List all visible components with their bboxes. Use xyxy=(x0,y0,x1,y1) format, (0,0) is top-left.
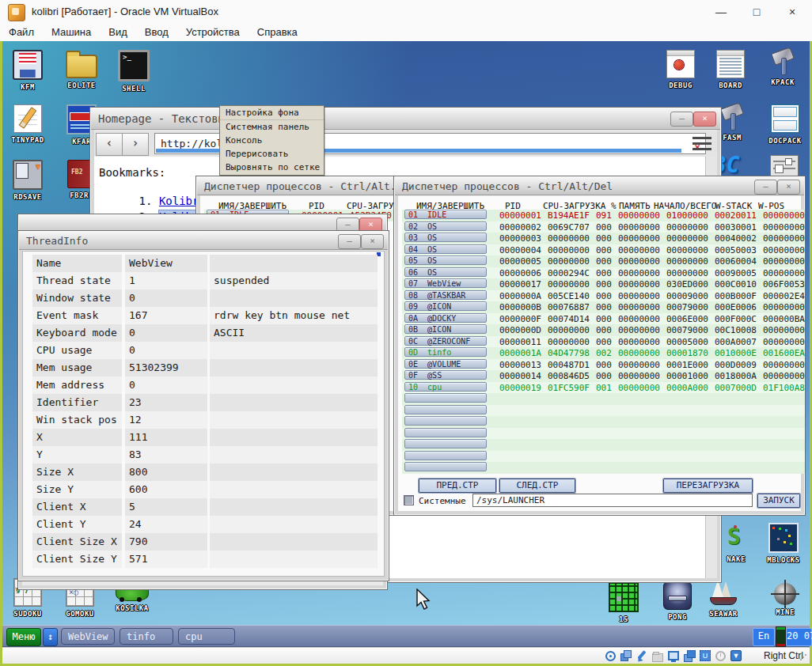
process-start: 00079000 xyxy=(666,302,708,312)
process-pid: 00000014 xyxy=(499,371,541,381)
prev-page-button[interactable]: ПРЕД.СТР xyxy=(419,479,496,493)
folder-icon[interactable] xyxy=(652,653,663,662)
start-menu-button[interactable]: Меню xyxy=(6,628,41,646)
process-cpu: 01FC590F xyxy=(548,383,590,393)
task-manager-close-button[interactable]: × xyxy=(777,180,800,195)
desktop-icon-docpack[interactable]: DOCPACK xyxy=(760,104,810,145)
browser-menu-icon[interactable] xyxy=(692,137,711,150)
process-kill-button[interactable]: 10 cpu xyxy=(404,382,487,392)
desktop-icon-debug[interactable]: DEBUG xyxy=(655,50,706,89)
process-row: 0C @ZEROCONF0000001100000000000000000000… xyxy=(402,336,805,348)
vbox-menu-3[interactable]: Ввод xyxy=(136,24,177,40)
process-slot-button[interactable] xyxy=(404,405,487,414)
desktop-icon-rdsave[interactable]: RDSAVE xyxy=(2,160,53,201)
vbox-close-button[interactable]: × xyxy=(778,2,806,22)
process-slot-button[interactable] xyxy=(404,451,487,460)
taskbar-app-cpu[interactable]: cpu xyxy=(178,628,235,645)
vbox-maximize-button[interactable]: □ xyxy=(742,2,771,22)
context-menu-item-0[interactable]: Настройка фона xyxy=(220,106,324,120)
browser-minimize-button[interactable]: — xyxy=(670,112,693,127)
vbox-minimize-button[interactable]: — xyxy=(707,2,735,22)
desktop-icon-tinypad[interactable]: TINYPAD xyxy=(2,104,53,144)
process-kill-button[interactable]: 02 OS xyxy=(404,221,487,231)
display-icon[interactable] xyxy=(668,651,679,660)
desktop-icon-15[interactable]: 15 xyxy=(598,582,649,623)
vbox-menu-2[interactable]: Вид xyxy=(100,24,136,40)
process-cpu: 00000000 xyxy=(548,337,590,347)
clock-icon[interactable] xyxy=(715,651,726,661)
context-menu-item-1[interactable]: Системная панель xyxy=(220,120,324,134)
reboot-button[interactable]: ПЕРЕЗАГРУЗКА xyxy=(663,479,753,493)
process-kill-button[interactable]: 08 @TASKBAR xyxy=(404,290,487,300)
process-slot-button[interactable] xyxy=(404,462,487,471)
desktop-icon-shell[interactable]: SHELL xyxy=(108,50,159,93)
vbox-menu-5[interactable]: Справка xyxy=(249,24,306,40)
desktop-icon-pong[interactable]: PONG xyxy=(652,581,703,621)
vbox-menu-4[interactable]: Устройства xyxy=(177,24,249,40)
desktop-icon-seawar[interactable]: SEAWAR xyxy=(698,580,749,618)
process-slot-button[interactable] xyxy=(404,416,487,426)
resize-grip[interactable] xyxy=(800,654,806,660)
context-menu-item-3[interactable]: Перерисовать xyxy=(220,147,324,161)
threadinfo-titlebar[interactable]: ThreadInfo xyxy=(19,232,388,250)
pencil-icon[interactable] xyxy=(636,650,647,661)
context-menu-item-2[interactable]: Консоль xyxy=(220,134,324,147)
context-menu-item-4[interactable]: Выровнять по сетке xyxy=(220,161,324,174)
process-kill-button[interactable]: 09 @ICON xyxy=(404,301,487,311)
browser-close-button[interactable]: × xyxy=(693,112,716,127)
taskbar-app-tinfo[interactable]: tinfo xyxy=(120,628,173,645)
process-slot-button[interactable] xyxy=(404,393,487,403)
clock[interactable]: 20 07 xyxy=(786,628,812,646)
process-kill-button[interactable]: 03 OS xyxy=(404,233,487,242)
desktop-icon-board[interactable]: BOARD xyxy=(705,50,756,89)
chip-icon[interactable]: U xyxy=(700,650,711,661)
taskbar-toggle-button[interactable]: ↕ xyxy=(43,628,58,646)
cpu-load-meter[interactable] xyxy=(776,626,786,647)
threadinfo-value: 12 xyxy=(125,411,207,429)
desktop-icon-kpack[interactable]: KPACK xyxy=(757,48,808,86)
vbox-titlebar[interactable]: kolibri [Работает] - Oracle VM VirtualBo… xyxy=(0,0,812,24)
floppy-save-icon xyxy=(13,160,43,190)
browser-titlebar[interactable]: Homepage - Текстовый xyxy=(91,108,720,130)
threadinfo-minimize-button[interactable]: — xyxy=(338,234,361,249)
threadinfo-row: Client Y24 xyxy=(32,516,381,533)
browser-back-button[interactable]: ‹ xyxy=(96,133,123,156)
browser-forward-button[interactable]: › xyxy=(122,133,149,156)
task-manager-minimize-button[interactable]: — xyxy=(754,180,777,195)
vbox-menu-0[interactable]: Файл xyxy=(0,24,43,40)
process-kill-button[interactable]: 0A @DOCKY xyxy=(404,313,487,323)
run-button[interactable]: ЗАПУСК xyxy=(757,494,800,508)
process-kill-button[interactable]: 05 OS xyxy=(404,255,487,265)
vbox-menu-1[interactable]: Машина xyxy=(43,24,100,40)
network-icon[interactable] xyxy=(620,650,632,661)
process-slot-button[interactable] xyxy=(404,439,487,448)
desktop-icon-mine[interactable]: MINE xyxy=(760,581,810,616)
language-indicator[interactable]: En xyxy=(753,628,775,646)
process-kill-button[interactable]: 0C @ZEROCONF xyxy=(404,336,487,346)
process-kill-button[interactable]: 01 IDLE xyxy=(404,210,487,219)
download-icon[interactable]: ▼ xyxy=(730,650,742,661)
taskbar-app-webview[interactable]: WebView xyxy=(61,628,115,645)
snake-icon xyxy=(723,525,749,552)
desktop-icon-mblocks[interactable]: MBLOCKS xyxy=(758,523,809,564)
process-kill-button[interactable]: 0D tinfo xyxy=(404,347,487,357)
process-kill-button[interactable]: 06 OS xyxy=(404,267,487,277)
process-kill-button[interactable]: 07 WebView xyxy=(404,278,487,288)
disc-icon[interactable] xyxy=(605,651,616,661)
desktop-icon-label: RDSAVE xyxy=(2,193,53,201)
process-kill-button[interactable]: 04 OS xyxy=(404,244,487,254)
process-kill-button[interactable]: 0B @ICON xyxy=(404,324,487,334)
process-wstack: 000F000C xyxy=(715,314,757,324)
layers-icon[interactable] xyxy=(684,650,695,661)
process-kill-button[interactable]: 0F @SS xyxy=(404,370,487,380)
threadinfo-close-button[interactable]: × xyxy=(361,234,384,249)
system-processes-checkbox[interactable] xyxy=(404,495,414,505)
desktop-icon-kfm[interactable]: KFM xyxy=(2,50,53,91)
threadinfo-note xyxy=(210,551,378,568)
process-slot-button[interactable] xyxy=(404,428,487,437)
launch-path-input[interactable]: /sys/LAUNCHER xyxy=(472,494,753,507)
task-manager-titlebar[interactable]: Диспетчер процессов - Ctrl/Alt/Del xyxy=(395,177,804,195)
next-page-button[interactable]: СЛЕД.СТР xyxy=(499,479,575,493)
process-kill-button[interactable]: 0E @VOLUME xyxy=(404,359,487,369)
desktop-icon-eolite[interactable]: EOLITE xyxy=(56,50,107,89)
